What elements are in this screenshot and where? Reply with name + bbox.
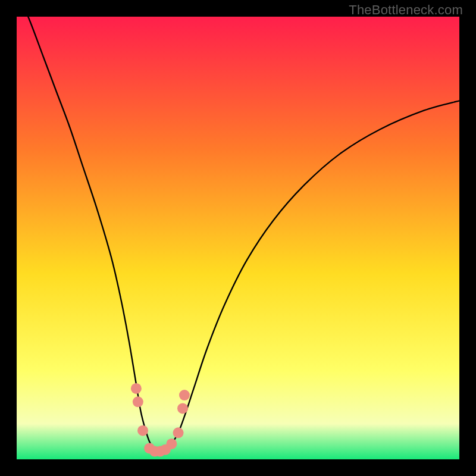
data-marker [173,427,184,438]
watermark-text: TheBottleneck.com [349,2,463,18]
data-marker [177,403,188,414]
data-marker [131,383,142,394]
data-marker [137,425,148,436]
chart-frame: TheBottleneck.com [0,0,476,476]
plot-svg [17,17,459,459]
data-marker [133,396,143,407]
data-marker [179,390,190,400]
data-marker [166,439,177,449]
plot-area [17,17,459,459]
background-gradient [17,17,459,459]
